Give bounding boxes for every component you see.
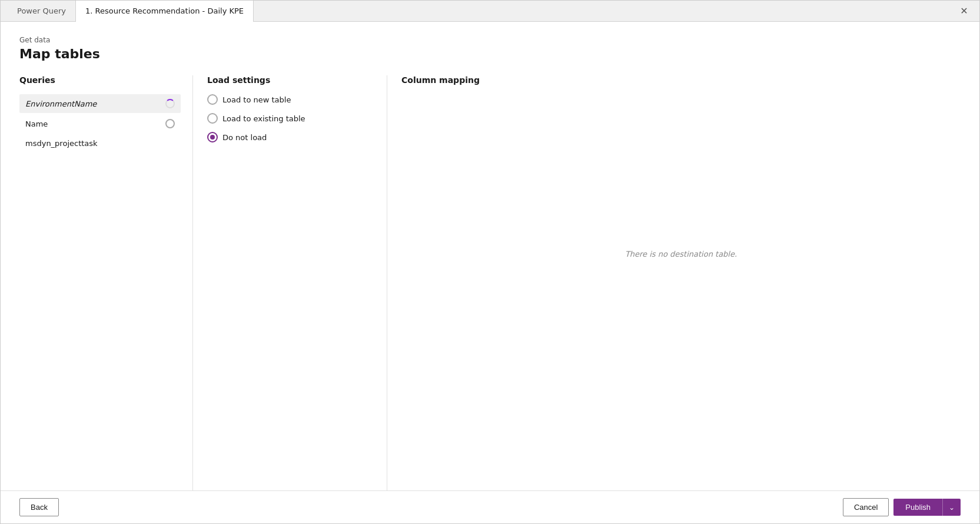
cancel-button[interactable]: Cancel [843, 498, 889, 516]
no-destination-message: There is no destination table. [401, 250, 961, 258]
titlebar-tabs: Power Query 1. Resource Recommendation -… [8, 1, 956, 22]
load-settings-header: Load settings [207, 75, 373, 85]
query-item-msdyn-projecttask[interactable]: msdyn_projecttask [19, 134, 181, 152]
titlebar: Power Query 1. Resource Recommendation -… [1, 1, 979, 22]
breadcrumb: Get data [19, 36, 961, 44]
publish-caret-button[interactable]: ⌄ [942, 499, 961, 516]
radio-label-do-not-load: Do not load [222, 133, 267, 142]
content-area: Get data Map tables Queries EnvironmentN… [1, 22, 979, 490]
radio-circle-existing-table [207, 113, 218, 124]
radio-label-new-table: Load to new table [222, 95, 291, 104]
query-item-label: EnvironmentName [25, 100, 97, 108]
query-item-environmentname[interactable]: EnvironmentName [19, 94, 181, 113]
column-mapping-header: Column mapping [401, 75, 961, 85]
footer-right: Cancel Publish ⌄ [843, 498, 961, 516]
close-button[interactable]: ✕ [956, 3, 972, 19]
queries-panel: Queries EnvironmentName Name msdyn_proje… [19, 75, 193, 490]
radio-option-new-table[interactable]: Load to new table [207, 94, 373, 105]
query-item-label: Name [25, 120, 48, 128]
radio-label-existing-table: Load to existing table [222, 114, 305, 123]
radio-option-do-not-load[interactable]: Do not load [207, 132, 373, 142]
back-button[interactable]: Back [19, 498, 59, 516]
radio-circle-do-not-load [207, 132, 218, 142]
query-item-name[interactable]: Name [19, 114, 181, 133]
footer: Back Cancel Publish ⌄ [1, 490, 979, 523]
tab-resource-recommendation[interactable]: 1. Resource Recommendation - Daily KPE [76, 1, 254, 22]
main-window: Power Query 1. Resource Recommendation -… [0, 0, 980, 524]
chevron-down-icon: ⌄ [949, 503, 955, 512]
load-settings-radio-group: Load to new table Load to existing table… [207, 94, 373, 142]
main-columns: Queries EnvironmentName Name msdyn_proje… [19, 75, 961, 490]
radio-option-existing-table[interactable]: Load to existing table [207, 113, 373, 124]
radio-empty-icon [165, 119, 175, 128]
column-mapping-panel: Column mapping There is no destination t… [387, 75, 961, 490]
tab-power-query[interactable]: Power Query [8, 1, 76, 22]
page-title: Map tables [19, 47, 961, 61]
publish-button[interactable]: Publish [893, 499, 942, 516]
query-item-label: msdyn_projecttask [25, 139, 98, 148]
load-settings-panel: Load settings Load to new table Load to … [193, 75, 387, 490]
radio-circle-new-table [207, 94, 218, 105]
queries-panel-header: Queries [19, 75, 181, 85]
publish-button-group: Publish ⌄ [893, 499, 961, 516]
spinner-icon [165, 99, 175, 108]
